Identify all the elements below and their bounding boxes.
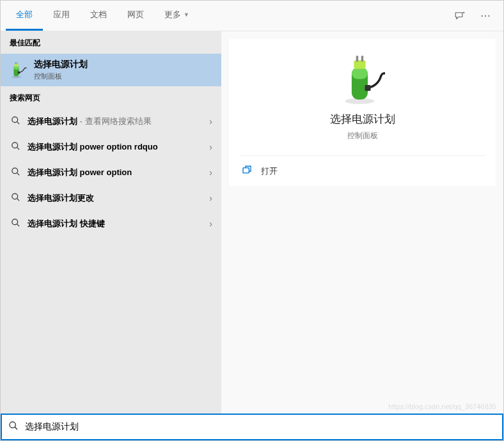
- svg-line-8: [17, 121, 19, 124]
- section-best-match: 最佳匹配: [1, 31, 221, 54]
- best-match-subtitle: 控制面板: [34, 72, 88, 81]
- svg-rect-6: [18, 71, 20, 74]
- search-icon: [8, 421, 19, 433]
- svg-rect-22: [361, 56, 363, 61]
- tab-apps[interactable]: 应用: [43, 1, 80, 31]
- web-result-3[interactable]: 选择电源计划更改 ›: [1, 185, 221, 211]
- svg-point-7: [12, 116, 17, 122]
- svg-point-13: [12, 193, 17, 199]
- svg-line-26: [15, 427, 17, 429]
- search-bar[interactable]: [1, 414, 503, 440]
- svg-rect-5: [17, 62, 17, 64]
- svg-rect-23: [365, 85, 370, 91]
- best-match-item[interactable]: 选择电源计划 控制面板: [1, 54, 221, 86]
- search-icon: [10, 192, 21, 205]
- search-icon: [10, 141, 21, 153]
- svg-rect-3: [15, 63, 19, 66]
- preview-title: 选择电源计划: [330, 112, 395, 127]
- svg-rect-24: [243, 168, 249, 173]
- svg-line-10: [17, 147, 19, 150]
- svg-rect-20: [354, 60, 365, 69]
- web-result-4[interactable]: 选择电源计划 快捷键 ›: [1, 211, 221, 236]
- chevron-right-icon: ›: [204, 167, 212, 178]
- tab-web[interactable]: 网页: [117, 1, 154, 31]
- web-result-0[interactable]: 选择电源计划 - 查看网络搜索结果 ›: [1, 109, 221, 134]
- more-options-icon[interactable]: ⋯: [473, 3, 498, 29]
- web-result-1[interactable]: 选择电源计划 power option rdquo ›: [1, 134, 221, 160]
- preview-card: 选择电源计划 控制面板 打开: [229, 39, 496, 186]
- open-label: 打开: [261, 166, 278, 177]
- chevron-right-icon: ›: [204, 116, 212, 127]
- chevron-right-icon: ›: [204, 142, 212, 152]
- open-icon: [242, 165, 252, 177]
- web-result-text: 选择电源计划 power option rdquo: [28, 141, 204, 153]
- best-match-title: 选择电源计划: [34, 59, 88, 70]
- results-panel: 最佳匹配 选择电源计划 控制面板 搜索网页: [1, 31, 221, 414]
- search-icon: [10, 116, 21, 128]
- tab-all[interactable]: 全部: [6, 1, 43, 31]
- power-plan-icon-large: [340, 54, 385, 105]
- svg-line-16: [17, 224, 19, 226]
- preview-panel: 选择电源计划 控制面板 打开: [221, 31, 503, 414]
- search-input[interactable]: [25, 422, 496, 432]
- svg-rect-4: [15, 62, 16, 64]
- svg-point-11: [12, 167, 17, 173]
- web-result-text: 选择电源计划 - 查看网络搜索结果: [28, 116, 204, 127]
- preview-subtitle: 控制面板: [347, 130, 378, 141]
- tabs-bar: 全部 应用 文档 网页 更多 ▼ ⋯: [1, 1, 503, 31]
- svg-rect-19: [351, 68, 367, 79]
- svg-rect-21: [356, 56, 358, 61]
- svg-point-25: [10, 422, 15, 428]
- tab-more-label: 更多: [164, 9, 181, 20]
- tab-more[interactable]: 更多 ▼: [154, 1, 200, 31]
- web-result-text: 选择电源计划更改: [28, 192, 204, 204]
- power-plan-icon: [10, 61, 28, 79]
- feedback-icon[interactable]: [447, 3, 473, 29]
- open-action[interactable]: 打开: [239, 156, 485, 186]
- web-result-2[interactable]: 选择电源计划 power option ›: [1, 160, 221, 185]
- web-result-text: 选择电源计划 power option: [28, 167, 204, 178]
- web-result-text: 选择电源计划 快捷键: [28, 218, 204, 229]
- chevron-right-icon: ›: [204, 219, 212, 229]
- section-web-search: 搜索网页: [1, 86, 221, 109]
- chevron-down-icon: ▼: [184, 12, 189, 18]
- svg-line-12: [17, 173, 19, 175]
- tab-docs[interactable]: 文档: [80, 1, 117, 31]
- search-icon: [10, 167, 21, 179]
- svg-line-14: [17, 198, 19, 201]
- svg-point-9: [12, 142, 17, 148]
- search-icon: [10, 218, 21, 230]
- chevron-right-icon: ›: [204, 193, 212, 203]
- svg-point-15: [12, 219, 17, 224]
